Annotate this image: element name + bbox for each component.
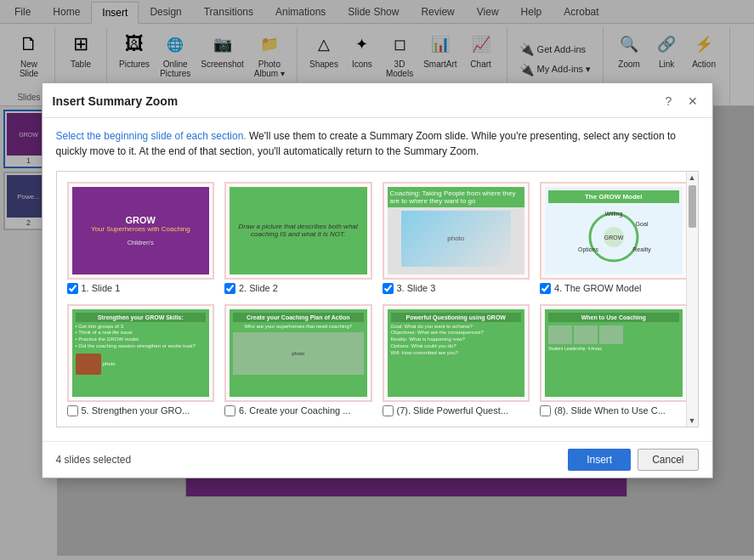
slide-label-4: 4. The GROW Model — [554, 283, 642, 293]
dialog-title: Insert Summary Zoom — [53, 94, 179, 108]
insert-button[interactable]: Insert — [568, 449, 631, 471]
slide-checkbox-4[interactable] — [540, 283, 551, 294]
dialog-titlebar: Insert Summary Zoom ? ✕ — [43, 83, 712, 118]
slide-label-7: (7). Slide Powerful Quest... — [397, 405, 508, 416]
slide-checkbox-8[interactable] — [540, 405, 551, 416]
slide-preview-3[interactable]: Coaching: Taking People from where they … — [383, 182, 530, 280]
dialog-controls: ? ✕ — [660, 92, 702, 110]
svg-text:Reality: Reality — [632, 246, 651, 253]
scrollbar-track — [687, 184, 698, 415]
slide-caption-1: 1. Slide 1 — [67, 283, 215, 294]
dialog-desc-highlighted: Select the beginning slide of each secti… — [56, 130, 247, 142]
slides-grid-container: GROW Your Superheroes with Coaching Chil… — [56, 171, 699, 427]
slide-item-5: Strengthen your GROW Skills: • Get into … — [67, 304, 215, 416]
dialog-overlay: Insert Summary Zoom ? ✕ Select the begin… — [0, 0, 754, 560]
scrollbar-thumb[interactable] — [689, 185, 696, 228]
slide-caption-8: (8). Slide When to Use C... — [540, 405, 688, 416]
slide-item-4: The GROW Model GROW Willing Goal — [540, 182, 688, 294]
slide-preview-8[interactable]: When to Use Coaching Student Leadership:… — [540, 304, 688, 402]
slide-caption-2: 2. Slide 2 — [224, 283, 372, 294]
slide-item-3: Coaching: Taking People from where they … — [383, 182, 530, 294]
dialog-help-button[interactable]: ? — [660, 92, 678, 110]
slides-count: 4 slides selected — [56, 454, 132, 466]
slide-item-1: GROW Your Superheroes with Coaching Chil… — [67, 182, 215, 294]
slide-caption-3: 3. Slide 3 — [383, 283, 530, 294]
slide-item-2: Draw a picture that describes both what … — [224, 182, 372, 294]
slide-checkbox-6[interactable] — [224, 405, 235, 416]
slide-caption-6: 6. Create your Coaching ... — [224, 405, 372, 416]
insert-summary-zoom-dialog: Insert Summary Zoom ? ✕ Select the begin… — [42, 82, 713, 478]
slide-item-8: When to Use Coaching Student Leadership:… — [540, 304, 688, 416]
slide-caption-5: 5. Strengthen your GRO... — [67, 405, 215, 416]
slide-caption-4: 4. The GROW Model — [540, 283, 688, 294]
dialog-body: Select the beginning slide of each secti… — [43, 118, 712, 438]
slide-checkbox-5[interactable] — [67, 405, 78, 416]
slide-preview-4[interactable]: The GROW Model GROW Willing Goal — [540, 182, 688, 280]
slide-checkbox-2[interactable] — [224, 283, 235, 294]
slide-label-2: 2. Slide 2 — [239, 283, 278, 293]
svg-text:GROW: GROW — [604, 235, 623, 240]
scrollbar-down[interactable]: ▼ — [687, 415, 698, 427]
slide-label-8: (8). Slide When to Use C... — [554, 405, 666, 416]
slide-caption-7: (7). Slide Powerful Quest... — [383, 405, 530, 416]
slide-checkbox-7[interactable] — [383, 405, 394, 416]
slide-preview-2[interactable]: Draw a picture that describes both what … — [224, 182, 372, 280]
slide-label-3: 3. Slide 3 — [397, 283, 436, 293]
slide-preview-1[interactable]: GROW Your Superheroes with Coaching Chil… — [67, 182, 215, 280]
svg-text:Goal: Goal — [635, 221, 648, 227]
dialog-footer: 4 slides selected Insert Cancel — [43, 441, 712, 478]
slide-preview-6[interactable]: Create your Coaching Plan of Action Who … — [224, 304, 372, 402]
dialog-close-button[interactable]: ✕ — [683, 92, 702, 110]
footer-buttons: Insert Cancel — [568, 449, 698, 471]
svg-text:Willing: Willing — [604, 211, 622, 218]
slides-grid: GROW Your Superheroes with Coaching Chil… — [57, 172, 698, 427]
slide-preview-5[interactable]: Strengthen your GROW Skills: • Get into … — [67, 304, 215, 402]
dialog-description: Select the beginning slide of each secti… — [56, 128, 699, 159]
slide-label-5: 5. Strengthen your GRO... — [82, 405, 190, 416]
slide-label-1: 1. Slide 1 — [82, 283, 121, 293]
cancel-button[interactable]: Cancel — [638, 449, 698, 471]
slide-item-6: Create your Coaching Plan of Action Who … — [224, 304, 372, 416]
svg-text:Options: Options — [578, 246, 599, 253]
slide-checkbox-1[interactable] — [67, 283, 78, 294]
slide-preview-7[interactable]: Powerful Questioning using GROW Goal: Wh… — [383, 304, 530, 402]
scrollbar-up[interactable]: ▲ — [687, 172, 698, 184]
slide-label-6: 6. Create your Coaching ... — [239, 405, 350, 416]
slide-item-7: Powerful Questioning using GROW Goal: Wh… — [383, 304, 530, 416]
scrollbar: ▲ ▼ — [686, 172, 698, 427]
slide-checkbox-3[interactable] — [383, 283, 394, 294]
